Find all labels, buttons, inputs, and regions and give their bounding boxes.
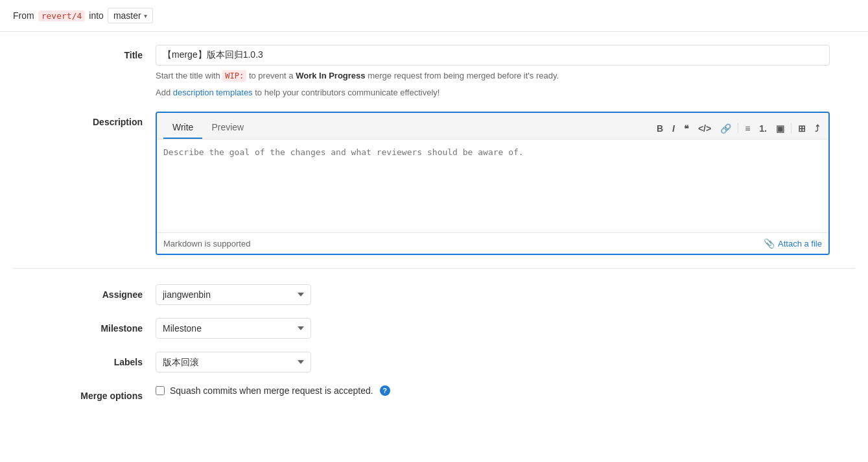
milestone-select[interactable]: Milestone bbox=[156, 318, 311, 339]
labels-content: 版本回滚 bbox=[156, 352, 830, 372]
branch-bar: From revert/4 into master ▾ bbox=[0, 0, 868, 32]
squash-commits-checkbox[interactable] bbox=[156, 386, 165, 395]
squash-commits-label: Squash commits when merge request is acc… bbox=[156, 385, 830, 396]
title-content: Start the title with WIP: to prevent a W… bbox=[156, 45, 830, 99]
toolbar-divider-2 bbox=[791, 123, 792, 134]
assignee-content: jiangwenbin bbox=[156, 284, 830, 305]
assignee-select[interactable]: jiangwenbin bbox=[156, 284, 311, 305]
description-editor: Write Preview B I ❝ </> 🔗 ≡ 1. ▣ bbox=[156, 112, 830, 255]
labels-label: Labels bbox=[13, 352, 156, 367]
into-label: into bbox=[89, 10, 104, 21]
bold-button[interactable]: B bbox=[654, 122, 666, 135]
assignee-row: Assignee jiangwenbin bbox=[13, 284, 855, 305]
description-textarea[interactable] bbox=[163, 146, 822, 224]
labels-select[interactable]: 版本回滚 bbox=[156, 352, 311, 372]
tab-write[interactable]: Write bbox=[163, 118, 202, 139]
description-row: Description Write Preview B I ❝ </> 🔗 bbox=[13, 112, 855, 255]
milestone-content: Milestone bbox=[156, 318, 830, 339]
target-branch-label: master bbox=[113, 10, 141, 21]
attach-file-link[interactable]: 📎 Attach a file bbox=[764, 238, 822, 249]
help-icon[interactable]: ? bbox=[380, 385, 390, 396]
merge-request-form: Title Start the title with WIP: to preve… bbox=[0, 32, 868, 427]
chevron-down-icon: ▾ bbox=[144, 12, 147, 19]
attach-icon: 📎 bbox=[764, 238, 775, 249]
toolbar-divider-1 bbox=[738, 123, 738, 134]
quote-button[interactable]: ❝ bbox=[681, 122, 692, 135]
title-input[interactable] bbox=[156, 45, 830, 66]
merge-options-row: Merge options Squash commits when merge … bbox=[13, 385, 855, 401]
editor-body bbox=[157, 140, 828, 232]
italic-button[interactable]: I bbox=[670, 122, 677, 135]
fullscreen-button[interactable]: ⤴ bbox=[812, 122, 822, 135]
ul-button[interactable]: ≡ bbox=[742, 122, 753, 135]
link-button[interactable]: 🔗 bbox=[718, 122, 734, 135]
code-button[interactable]: </> bbox=[696, 122, 714, 135]
tab-preview[interactable]: Preview bbox=[202, 118, 253, 139]
assignee-label: Assignee bbox=[13, 284, 156, 300]
merge-options-content: Squash commits when merge request is acc… bbox=[156, 385, 830, 396]
milestone-label: Milestone bbox=[13, 318, 156, 334]
editor-toolbar: B I ❝ </> 🔗 ≡ 1. ▣ ⊞ ⤴ bbox=[654, 119, 822, 138]
title-row: Title Start the title with WIP: to preve… bbox=[13, 45, 855, 99]
description-templates-link[interactable]: description templates bbox=[173, 88, 253, 97]
editor-footer: Markdown is supported 📎 Attach a file bbox=[157, 232, 828, 254]
ol-button[interactable]: 1. bbox=[757, 122, 769, 135]
target-branch-select[interactable]: master ▾ bbox=[108, 8, 153, 23]
wip-badge: WIP: bbox=[222, 70, 246, 82]
milestone-row: Milestone Milestone bbox=[13, 318, 855, 339]
title-label: Title bbox=[13, 45, 156, 60]
tasklist-button[interactable]: ▣ bbox=[773, 122, 787, 135]
source-branch: revert/4 bbox=[38, 10, 86, 21]
labels-row: Labels 版本回滚 bbox=[13, 352, 855, 372]
table-button[interactable]: ⊞ bbox=[795, 122, 808, 135]
wip-hint: Start the title with WIP: to prevent a W… bbox=[156, 69, 830, 82]
from-label: From bbox=[13, 10, 34, 21]
description-label: Description bbox=[13, 112, 156, 127]
merge-options-label: Merge options bbox=[13, 385, 156, 401]
description-template-hint: Add description templates to help your c… bbox=[156, 86, 830, 99]
wip-text: Work In Progress bbox=[296, 71, 365, 80]
editor-tab-list: Write Preview bbox=[163, 118, 253, 139]
markdown-note: Markdown is supported bbox=[163, 239, 250, 249]
description-content: Write Preview B I ❝ </> 🔗 ≡ 1. ▣ bbox=[156, 112, 830, 255]
editor-tabs-bar: Write Preview B I ❝ </> 🔗 ≡ 1. ▣ bbox=[157, 113, 828, 140]
section-divider bbox=[13, 268, 855, 269]
